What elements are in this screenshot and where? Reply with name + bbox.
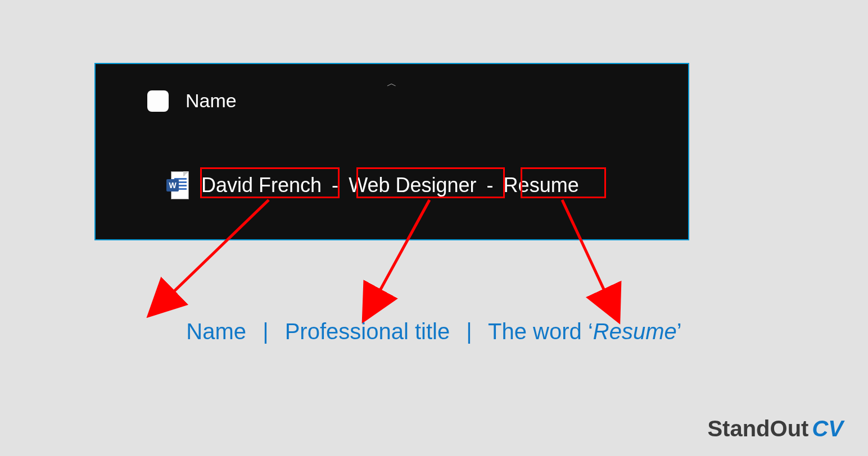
filename-part-doclabel: Resume: [504, 174, 579, 197]
select-all-checkbox[interactable]: [147, 90, 169, 112]
brand-part2: CV: [812, 416, 843, 441]
filename-part-name: David French: [201, 174, 322, 197]
file-name: David French - Web Designer - Resume: [201, 174, 579, 197]
caption-separator: |: [252, 319, 278, 344]
column-header-row: Name: [147, 90, 237, 112]
caption-separator: |: [456, 319, 482, 344]
word-icon: W: [166, 171, 189, 199]
filename-part-title: Web Designer: [349, 174, 476, 197]
filename-separator: -: [482, 174, 498, 197]
brand-logo: StandOutCV: [707, 416, 843, 441]
filename-separator: -: [327, 174, 343, 197]
brand-part1: StandOut: [707, 416, 808, 441]
annotation-captions: Name | Professional title | The word ‘Re…: [0, 319, 868, 344]
column-header-name[interactable]: Name: [186, 90, 237, 112]
file-row[interactable]: W David French - Web Designer - Resume: [166, 168, 579, 202]
caption-doclabel: The word ‘Resume’: [488, 319, 682, 344]
caption-name: Name: [186, 319, 246, 344]
caption-title: Professional title: [285, 319, 450, 344]
